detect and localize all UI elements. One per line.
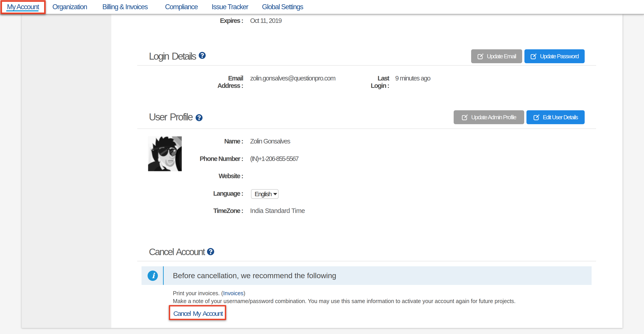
nav-item-organization[interactable]: Organization [52,3,87,11]
help-icon[interactable] [198,52,206,59]
cancel-tip-credentials: Make a note of your username/password co… [173,298,516,304]
section-divider [137,65,596,66]
settings-sidebar [22,14,111,328]
login-details-title: Login Details [149,51,196,62]
nav-item-billing-invoices[interactable]: Billing & Invoices [102,3,148,11]
phone-number-value: (IN)+1-206-855-5567 [250,155,298,163]
profile-photo [148,136,182,171]
nav-item-issue-tracker[interactable]: Issue Tracker [212,3,248,11]
language-label: Language : [205,190,243,197]
update-email-button[interactable]: Update Email [471,49,522,63]
edit-user-details-button[interactable]: Edit User Details [526,110,585,124]
name-value: Zolin Gonsalves [250,138,290,145]
nav-item-global-settings[interactable]: Global Settings [262,3,303,11]
expires-value: Oct 11, 2019 [250,17,282,25]
update-admin-profile-button[interactable]: Update Admin Profile [454,110,524,124]
nav-item-compliance[interactable]: Compliance [165,3,198,11]
phone-number-label: Phone Number : [198,155,243,163]
chevron-down-icon [273,193,277,195]
email-address-label: Email Address : [205,75,243,89]
info-banner-title: Before cancellation, we recommend the fo… [173,266,336,285]
last-login-label: Last Login : [362,75,389,89]
last-login-value: 9 minutes ago [395,75,430,82]
user-profile-title: User Profile [149,111,192,123]
name-label: Name : [205,138,243,145]
language-select[interactable]: English [251,189,278,199]
section-divider [137,128,596,129]
help-icon[interactable] [196,114,203,121]
annotation-box-cancel-account [169,305,226,320]
email-address-value: zolin.gonsalves@questionpro.com [250,75,335,82]
timezone-label: TimeZone : [205,207,243,214]
info-banner-accent-line [163,266,164,285]
cancel-tip-invoices: Print your invoices. (Invoices) [173,290,245,296]
info-banner: i Before cancellation, we recommend the … [142,266,592,285]
website-label: Website : [205,172,243,180]
expires-label: Expires : [205,17,243,25]
cancel-account-title: Cancel Account [149,247,204,257]
help-icon[interactable] [207,248,214,255]
section-divider [137,261,596,261]
info-icon: i [148,270,158,281]
update-password-button[interactable]: Update Password [524,49,585,63]
annotation-box-my-account [0,0,46,14]
invoices-link[interactable]: Invoices [223,290,244,296]
top-navigation: My Account Organization Billing & Invoic… [0,0,644,14]
language-selected-value: English [254,191,272,198]
timezone-value: India Standard Time [250,207,305,214]
